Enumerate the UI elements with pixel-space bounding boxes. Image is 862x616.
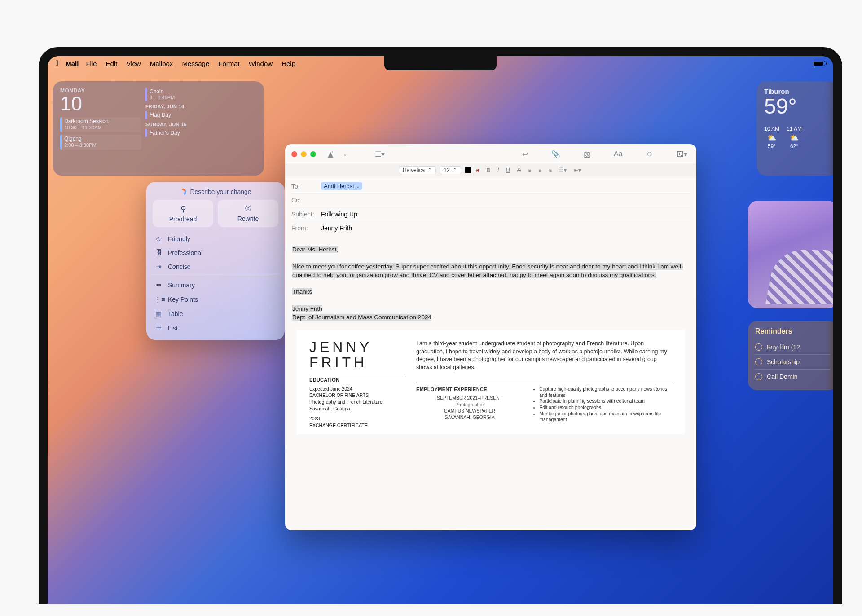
calendar-event[interactable]: Darkroom Session 10:30 – 11:30AM [60,117,141,132]
align-left-button[interactable]: ≡ [526,167,533,173]
proofread-button[interactable]: ⚲ Proofread [153,200,213,227]
cv-employment-text: SEPTEMBER 2021–PRESENT Photographer CAMP… [416,395,523,420]
cv-education-text-2: 2023 EXCHANGE CERTIFICATE [309,415,404,428]
event-title: Qigong [64,136,138,142]
cv-bullet: Capture high-quality photographs to acco… [539,386,672,398]
chevron-down-icon[interactable]: ⌄ [356,184,360,189]
reminder-item[interactable]: Call Domin [755,369,831,384]
writing-tools-panel: Describe your change ⚲ Proofread ⦾ Rewri… [146,182,285,340]
text-color-swatch[interactable] [465,167,471,173]
calendar-section-label: SUNDAY, JUN 16 [145,122,257,127]
tone-concise[interactable]: ⇥Concise [153,260,278,274]
bold-button[interactable]: B [484,167,492,173]
mail-body[interactable]: Dear Ms. Herbst, Nice to meet you for co… [285,239,696,440]
menu-help[interactable]: Help [281,60,295,67]
menubar-app-name[interactable]: Mail [66,60,79,67]
describe-change-button[interactable]: Describe your change [153,188,278,195]
photo-widget[interactable] [748,201,833,308]
subject-field[interactable]: Following Up [321,211,357,218]
emoji-icon[interactable]: ☺ [643,149,656,159]
row-label: Table [168,310,183,317]
window-minimize-button[interactable] [301,151,307,157]
calendar-event[interactable]: Choir8 – 8:45PM [145,88,257,101]
italic-button[interactable]: I [496,167,501,173]
weather-widget[interactable]: Tiburon 59° 10 AM⛅59°11 AM⛅62° [757,81,833,176]
weather-temp: 59° [764,95,831,118]
underline-button[interactable]: U [504,167,512,173]
strike-button[interactable]: S [515,167,523,173]
smile-icon: ☺ [154,235,163,242]
reminder-item[interactable]: Buy film (12 [755,340,831,354]
weather-hour: 10 AM⛅59° [764,126,779,150]
cv-bullet: Participate in planning sessions with ed… [539,398,672,405]
cv-name: JENNYFRITH [309,340,404,370]
cv-employment-heading: EMPLOYMENT EXPERIENCE [416,386,523,393]
send-icon[interactable]: ▲⃗ [325,149,336,160]
transform-keypoints[interactable]: ⋮≡Key Points [153,292,278,307]
format-icon[interactable]: Aa [611,149,625,159]
attach-icon[interactable]: 📎 [549,149,563,160]
calendar-event[interactable]: Flag Day [145,111,257,119]
transform-list[interactable]: ☰List [153,321,278,335]
cc-field[interactable] [321,197,690,204]
cv-education-heading: EDUCATION [309,377,404,383]
reminder-label: Buy film (12 [767,343,800,351]
from-field[interactable]: Jenny Frith [321,224,352,232]
font-select[interactable]: Helvetica⌃ [399,166,436,174]
menu-format[interactable]: Format [218,60,240,67]
transform-summary[interactable]: ≣Summary [153,278,278,292]
row-label: List [168,325,178,332]
apple-menu-icon[interactable]:  [56,59,58,68]
reminders-widget[interactable]: Reminders Buy film (12 Scholarship Call … [748,321,833,390]
header-fields-button[interactable]: ☰▾ [372,149,387,160]
briefcase-icon: 🗄 [154,249,163,256]
weather-hour: 11 AM⛅62° [787,126,802,150]
calendar-widget[interactable]: MONDAY 10 Darkroom Session 10:30 – 11:30… [53,81,264,176]
mail-headers: To: Andi Herbst⌄ Cc: Subject: Following … [285,176,696,239]
rewrite-label: Rewrite [237,215,259,222]
cv-attachment[interactable]: JENNYFRITH EDUCATION Expected June 2024 … [297,330,685,434]
rewrite-button[interactable]: ⦾ Rewrite [218,200,278,227]
event-time: 2:00 – 3:30PM [64,142,138,149]
from-label: From: [291,224,321,232]
media-dropdown-icon[interactable]: 🖼▾ [674,149,690,160]
calendar-event[interactable]: Qigong 2:00 – 3:30PM [60,135,141,150]
menu-mailbox[interactable]: Mailbox [150,60,173,67]
list-style-button[interactable]: ☰▾ [557,167,568,173]
reply-icon[interactable]: ↩︎ [519,149,531,160]
table-icon: ▦ [154,310,163,318]
menu-view[interactable]: View [126,60,141,67]
text-bgcolor-button[interactable]: a [475,167,481,173]
align-center-button[interactable]: ≡ [537,167,543,173]
menu-file[interactable]: File [86,60,97,67]
calendar-section-label: FRIDAY, JUN 14 [145,104,257,109]
photo-browser-icon[interactable]: ▧ [581,149,593,160]
cv-bullet: Mentor junior photographers and maintain… [539,411,672,423]
describe-change-label: Describe your change [190,188,251,195]
align-right-button[interactable]: ≡ [547,167,554,173]
proofread-label: Proofread [169,216,197,223]
row-label: Key Points [168,296,198,303]
cv-education-text: Expected June 2024 BACHELOR OF FINE ARTS… [309,386,404,412]
reminder-checkbox[interactable] [755,358,762,365]
tone-friendly[interactable]: ☺Friendly [153,232,278,246]
indent-button[interactable]: ⇤▾ [572,167,583,173]
reminder-checkbox[interactable] [755,343,762,351]
window-close-button[interactable] [291,151,297,157]
screen:  Mail File Edit View Mailbox Message Fo… [48,56,833,604]
reminder-item[interactable]: Scholarship [755,354,831,369]
font-size-select[interactable]: 12⌃ [440,166,461,174]
reminder-checkbox[interactable] [755,373,762,380]
transform-table[interactable]: ▦Table [153,307,278,321]
recipient-token[interactable]: Andi Herbst⌄ [321,182,362,190]
menu-window[interactable]: Window [249,60,273,67]
menu-edit[interactable]: Edit [106,60,118,67]
send-dropdown[interactable]: ⌄ [340,150,350,158]
menu-message[interactable]: Message [182,60,209,67]
row-label: Concise [168,263,191,270]
tone-professional[interactable]: 🗄Professional [153,246,278,260]
window-zoom-button[interactable] [310,151,316,157]
selected-text: Dear Ms. Herbst, Nice to meet you for co… [292,246,683,321]
battery-icon[interactable] [814,61,825,66]
calendar-event[interactable]: Father's Day [145,129,257,137]
